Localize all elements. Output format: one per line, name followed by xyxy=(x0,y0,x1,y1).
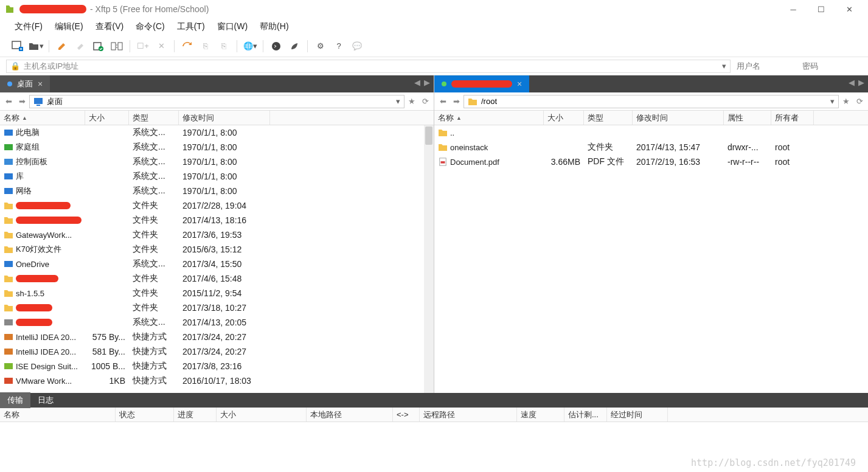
file-row[interactable]: IntelliJ IDEA 20...575 By...快捷方式2017/3/2… xyxy=(0,330,434,344)
local-tab-bar: 桌面 × ◀▶ xyxy=(0,75,434,92)
tab-prev-icon[interactable]: ◀ xyxy=(849,78,855,87)
tab-log[interactable]: 日志 xyxy=(30,392,61,408)
tcol-localpath[interactable]: 本地路径 xyxy=(307,408,393,422)
paste-icon[interactable]: ⎘ xyxy=(216,38,232,54)
tab-prev-icon[interactable]: ◀ xyxy=(414,78,420,87)
main-area: 桌面 × ◀▶ ⬅ ➡ 桌面 ▾ ★ ⟳ 名称▲ 大小 类型 修改时间 xyxy=(0,75,868,393)
host-input[interactable]: 🔒 主机名或IP地址 ▾ xyxy=(6,60,731,73)
tcol-status[interactable]: 状态 xyxy=(116,408,174,422)
col-name[interactable]: 名称▲ xyxy=(434,111,544,125)
tab-transfer[interactable]: 传输 xyxy=(0,392,30,408)
file-row[interactable]: 库系统文...1970/1/1, 8:00 xyxy=(0,169,434,184)
username-input[interactable] xyxy=(735,60,796,72)
new-folder-icon[interactable]: ☐+ xyxy=(135,38,151,54)
file-row[interactable]: 文件夹2017/2/28, 19:04 xyxy=(0,198,434,213)
transfer-icon[interactable] xyxy=(109,38,125,54)
minimize-button[interactable]: ─ xyxy=(779,0,807,18)
file-row[interactable]: .. xyxy=(434,125,868,140)
file-row[interactable]: IntelliJ IDEA 20...581 By...快捷方式2017/3/2… xyxy=(0,344,434,359)
file-row[interactable]: GatewayWork...文件夹2017/3/6, 19:53 xyxy=(0,227,434,242)
scrollbar[interactable] xyxy=(424,125,434,393)
file-row[interactable]: K70灯效文件文件夹2015/6/3, 15:12 xyxy=(0,242,434,257)
shell-icon[interactable] xyxy=(268,38,284,54)
menu-view[interactable]: 查看(V) xyxy=(91,19,129,35)
menu-file[interactable]: 文件(F) xyxy=(10,19,47,35)
remote-tab[interactable]: × xyxy=(434,75,529,92)
folder-icon xyxy=(468,97,477,106)
bookmark-icon[interactable]: ★ xyxy=(840,95,852,108)
col-type[interactable]: 类型 xyxy=(129,111,179,125)
chat-icon[interactable]: 💬 xyxy=(349,38,365,54)
tcol-progress[interactable]: 进度 xyxy=(174,408,217,422)
col-size[interactable]: 大小 xyxy=(85,111,129,125)
copy-icon[interactable]: ⎘ xyxy=(198,38,214,54)
refresh-icon[interactable]: ⟳ xyxy=(419,95,431,108)
close-button[interactable]: ✕ xyxy=(835,0,863,18)
file-row[interactable]: 文件夹2017/3/18, 10:27 xyxy=(0,300,434,315)
forward-icon[interactable]: ➡ xyxy=(450,95,462,108)
help-icon[interactable]: ? xyxy=(331,38,347,54)
file-row[interactable]: 文件夹2017/4/13, 18:16 xyxy=(0,213,434,227)
file-row[interactable]: 控制面板系统文...1970/1/1, 8:00 xyxy=(0,154,434,169)
settings-icon[interactable]: ⚙ xyxy=(313,38,328,54)
leaf-icon[interactable] xyxy=(286,38,302,54)
tab-close-icon[interactable]: × xyxy=(517,79,522,89)
file-row[interactable]: VMware Work...1KB快捷方式2016/10/17, 18:03 xyxy=(0,373,434,388)
col-size[interactable]: 大小 xyxy=(544,111,584,125)
file-row[interactable]: 家庭组系统文...1970/1/1, 8:00 xyxy=(0,140,434,154)
col-date[interactable]: 修改时间 xyxy=(179,111,270,125)
sync-icon[interactable] xyxy=(91,38,106,54)
open-icon[interactable]: ▾ xyxy=(28,38,44,54)
col-name[interactable]: 名称▲ xyxy=(0,111,85,125)
local-file-list[interactable]: 此电脑系统文...1970/1/1, 8:00家庭组系统文...1970/1/1… xyxy=(0,125,434,393)
file-row[interactable]: sh-1.5.5文件夹2015/11/2, 9:54 xyxy=(0,286,434,300)
file-row[interactable]: 系统文...2017/4/13, 20:05 xyxy=(0,315,434,330)
tcol-name[interactable]: 名称 xyxy=(0,408,116,422)
globe-icon[interactable]: 🌐▾ xyxy=(242,38,258,54)
col-owner[interactable]: 所有者 xyxy=(771,111,814,125)
file-row[interactable]: OneDrive系统文...2017/3/4, 15:50 xyxy=(0,257,434,271)
refresh-icon[interactable]: ⟳ xyxy=(853,95,866,108)
menu-help[interactable]: 帮助(H) xyxy=(255,19,293,35)
col-date[interactable]: 修改时间 xyxy=(633,111,724,125)
menu-window[interactable]: 窗口(W) xyxy=(212,19,253,35)
maximize-button[interactable]: ☐ xyxy=(807,0,835,18)
menu-tools[interactable]: 工具(T) xyxy=(172,19,210,35)
clear-icon[interactable] xyxy=(72,38,88,54)
tab-status-dot xyxy=(442,82,446,86)
reconnect-icon[interactable] xyxy=(179,38,195,54)
file-row[interactable]: oneinstack文件夹2017/4/13, 15:47drwxr-...ro… xyxy=(434,140,868,154)
svg-rect-11 xyxy=(4,159,13,165)
file-row[interactable]: 此电脑系统文...1970/1/1, 8:00 xyxy=(0,125,434,140)
local-path-input[interactable]: 桌面 ▾ xyxy=(29,95,404,108)
forward-icon[interactable]: ➡ xyxy=(16,95,28,108)
bookmark-icon[interactable]: ★ xyxy=(406,95,418,108)
tcol-elapsed[interactable]: 经过时间 xyxy=(607,408,668,422)
remote-file-list[interactable]: ..oneinstack文件夹2017/4/13, 15:47drwxr-...… xyxy=(434,125,868,393)
scrollbar-thumb[interactable] xyxy=(425,127,432,145)
col-type[interactable]: 类型 xyxy=(584,111,633,125)
tcol-direction[interactable]: <-> xyxy=(393,408,420,422)
local-tab[interactable]: 桌面 × xyxy=(0,75,50,92)
menu-edit[interactable]: 编辑(E) xyxy=(50,19,88,35)
edit-icon[interactable] xyxy=(54,38,70,54)
tab-close-icon[interactable]: × xyxy=(38,79,43,89)
back-icon[interactable]: ⬅ xyxy=(437,95,449,108)
new-session-icon[interactable] xyxy=(10,38,26,54)
tcol-speed[interactable]: 速度 xyxy=(517,408,564,422)
password-input[interactable] xyxy=(801,60,862,72)
tcol-eta[interactable]: 估计剩... xyxy=(564,408,607,422)
tab-next-icon[interactable]: ▶ xyxy=(424,78,430,87)
back-icon[interactable]: ⬅ xyxy=(2,95,15,108)
file-row[interactable]: 网络系统文...1970/1/1, 8:00 xyxy=(0,184,434,198)
file-row[interactable]: 文件夹2017/4/6, 15:48 xyxy=(0,271,434,286)
tcol-size[interactable]: 大小 xyxy=(217,408,307,422)
file-row[interactable]: ISE Design Suit...1005 B...快捷方式2017/3/8,… xyxy=(0,359,434,373)
remote-path-input[interactable]: /root ▾ xyxy=(464,95,839,108)
tcol-remotepath[interactable]: 远程路径 xyxy=(420,408,517,422)
delete-icon[interactable]: ✕ xyxy=(153,38,169,54)
file-row[interactable]: Document.pdf3.66MBPDF 文件2017/2/19, 16:53… xyxy=(434,154,868,169)
col-attr[interactable]: 属性 xyxy=(724,111,771,125)
tab-next-icon[interactable]: ▶ xyxy=(858,78,864,87)
menu-command[interactable]: 命令(C) xyxy=(131,19,169,35)
